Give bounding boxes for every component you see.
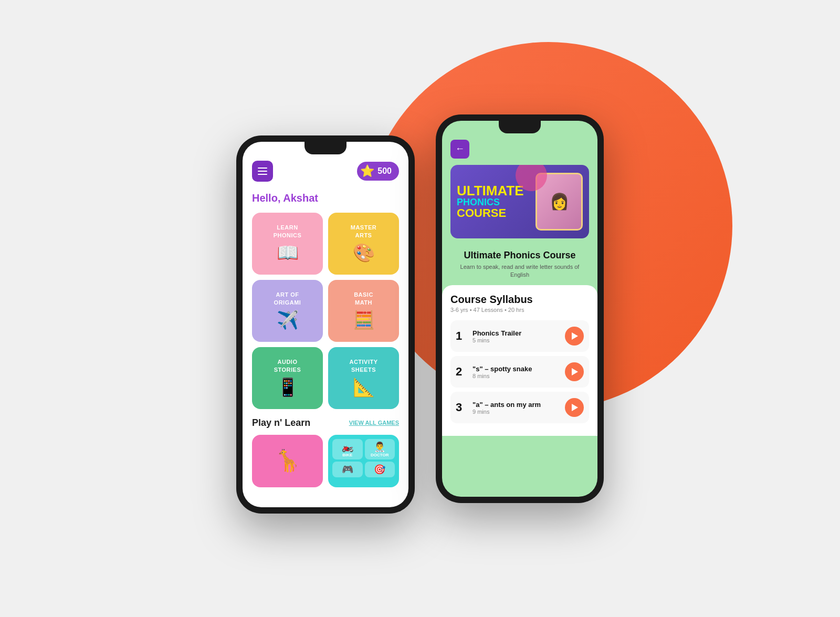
menu-button[interactable] <box>252 161 273 182</box>
menu-line-1 <box>258 168 267 169</box>
lesson-duration-2: 8 mins <box>472 373 559 379</box>
lesson-number-2: 2 <box>456 365 466 379</box>
lesson-item-1[interactable]: 1 Phonics Trailer 5 mins <box>450 320 589 352</box>
right-phone-screen: ← ULTIMATE PHONICS COURSE 👩 Ul <box>442 121 597 497</box>
audio-stories-card[interactable]: AUDIOSTORIES 📱 <box>252 347 323 409</box>
phones-container: ⭐ 500 Hello, Akshat LEARNPHONICS 📖 MAST <box>236 104 604 514</box>
star-points-badge: ⭐ 500 <box>357 162 399 181</box>
lesson-name-1: Phonics Trailer <box>472 329 559 337</box>
play-button-3[interactable] <box>565 398 584 417</box>
play-triangle-3 <box>572 404 578 411</box>
bike-icon: 🏍️ <box>342 441 353 453</box>
mini-card-3[interactable]: 🎮 <box>332 462 363 477</box>
lesson-number-1: 1 <box>456 329 466 343</box>
mini-cards-container: 🏍️ BIKE 👨‍⚕️ DOCTOR 🎮 🎯 <box>328 435 399 482</box>
greeting-text: Hello, Akshat <box>252 192 399 204</box>
basic-math-icon: 🧮 <box>353 309 375 330</box>
master-arts-card[interactable]: MASTERARTS 🎨 <box>328 213 399 275</box>
master-arts-icon: 🎨 <box>353 242 375 263</box>
lesson-name-3: "a" – ants on my arm <box>472 401 559 409</box>
bike-label: BIKE <box>342 453 352 457</box>
left-phone-screen: ⭐ 500 Hello, Akshat LEARNPHONICS 📖 MAST <box>243 142 408 507</box>
play-button-1[interactable] <box>565 327 584 346</box>
lesson-text-3: "a" – ants on my arm 9 mins <box>472 401 559 415</box>
left-phone: ⭐ 500 Hello, Akshat LEARNPHONICS 📖 MAST <box>236 135 415 514</box>
top-bar: ⭐ 500 <box>252 161 399 182</box>
play-triangle-1 <box>572 332 578 340</box>
syllabus-section: Course Syllabus 3-6 yrs • 47 Lessons • 2… <box>442 285 597 436</box>
activity-sheets-icon: 📐 <box>353 377 375 398</box>
master-arts-title: MASTERARTS <box>351 224 376 239</box>
lesson-duration-1: 5 mins <box>472 337 559 343</box>
course-name-text: Ultimate Phonics Course <box>450 250 589 261</box>
play-cards-row: 🦒 🏍️ BIKE 👨‍⚕️ DOCTOR <box>252 435 399 487</box>
menu-line-3 <box>258 174 267 175</box>
right-phone: ← ULTIMATE PHONICS COURSE 👩 Ul <box>436 114 604 503</box>
doctor-label: DOCTOR <box>371 453 389 457</box>
points-value: 500 <box>377 166 392 176</box>
art-origami-icon: ✈️ <box>277 309 299 330</box>
mini-card-4[interactable]: 🎯 <box>365 462 395 477</box>
play-section-header: Play n' Learn VIEW ALL GAMES <box>252 417 399 428</box>
audio-stories-title: AUDIOSTORIES <box>274 358 301 373</box>
audio-stories-icon: 📱 <box>277 377 299 398</box>
course-banner: ULTIMATE PHONICS COURSE 👩 <box>450 165 589 238</box>
course-info: Ultimate Phonics Course Learn to speak, … <box>442 245 597 279</box>
learn-phonics-title: LEARNPHONICS <box>274 224 302 239</box>
play-card-games[interactable]: 🏍️ BIKE 👨‍⚕️ DOCTOR 🎮 🎯 <box>328 435 399 487</box>
menu-line-2 <box>258 171 267 172</box>
lesson-text-2: "s" – spotty snake 8 mins <box>472 365 559 379</box>
learn-phonics-card[interactable]: LEARNPHONICS 📖 <box>252 213 323 275</box>
back-button[interactable]: ← <box>450 140 469 159</box>
art-of-origami-card[interactable]: ART OFORIGAMI ✈️ <box>252 280 323 342</box>
syllabus-title: Course Syllabus <box>450 294 589 306</box>
giraffe-icon: 🦒 <box>252 435 323 487</box>
mini-icon-3: 🎮 <box>342 464 353 475</box>
basic-math-title: BASICMATH <box>354 291 373 306</box>
play-button-2[interactable] <box>565 362 584 381</box>
username-text: Akshat <box>283 192 318 204</box>
view-all-games-link[interactable]: VIEW ALL GAMES <box>349 420 399 426</box>
activity-sheets-title: ACTIVITYSHEETS <box>349 358 377 373</box>
banner-line3: COURSE <box>457 207 536 219</box>
play-title: Play n' Learn <box>252 417 310 428</box>
mini-card-doctor[interactable]: 👨‍⚕️ DOCTOR <box>365 439 395 459</box>
doctor-icon: 👨‍⚕️ <box>374 441 385 453</box>
phone-notch-right <box>499 121 541 133</box>
basic-math-card[interactable]: BASICMATH 🧮 <box>328 280 399 342</box>
lesson-number-3: 3 <box>456 401 466 414</box>
lesson-item-3[interactable]: 3 "a" – ants on my arm 9 mins <box>450 392 589 423</box>
lesson-text-1: Phonics Trailer 5 mins <box>472 329 559 343</box>
syllabus-meta: 3-6 yrs • 47 Lessons • 20 hrs <box>450 307 589 313</box>
category-cards-grid: LEARNPHONICS 📖 MASTERARTS 🎨 ART OFORIGAM… <box>252 213 399 409</box>
star-icon: ⭐ <box>360 164 374 178</box>
play-triangle-2 <box>572 368 578 375</box>
play-card-giraffe[interactable]: 🦒 <box>252 435 323 487</box>
lesson-duration-3: 9 mins <box>472 409 559 415</box>
learn-phonics-icon: 📖 <box>277 242 299 263</box>
phone-notch-left <box>304 142 346 154</box>
mini-card-bike[interactable]: 🏍️ BIKE <box>332 439 363 459</box>
art-origami-title: ART OFORIGAMI <box>274 291 301 306</box>
course-description: Learn to speak, read and write letter so… <box>450 263 589 279</box>
activity-sheets-card[interactable]: ACTIVITYSHEETS 📐 <box>328 347 399 409</box>
mini-icon-4: 🎯 <box>374 464 385 475</box>
lesson-item-2[interactable]: 2 "s" – spotty snake 8 mins <box>450 356 589 388</box>
lesson-name-2: "s" – spotty snake <box>472 365 559 373</box>
